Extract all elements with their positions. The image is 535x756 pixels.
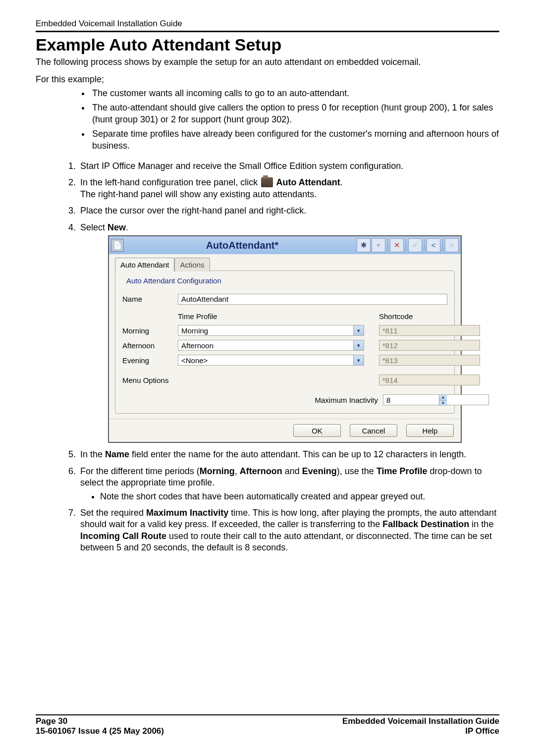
new-icon[interactable]: ✱: [357, 238, 371, 252]
name-row: Name: [122, 294, 447, 305]
name-field[interactable]: [178, 294, 447, 305]
step-2: In the left-hand configuration tree pane…: [78, 177, 499, 200]
column-headers: Time Profile Shortcode: [122, 312, 447, 322]
step-3: Place the cursor over the right-hand pan…: [78, 205, 499, 216]
afternoon-row: Afternoon ▾: [122, 340, 447, 351]
chevron-down-icon[interactable]: ▾: [353, 340, 364, 350]
step-1: Start IP Office Manager and receive the …: [78, 161, 499, 172]
tab-actions[interactable]: Actions: [174, 258, 210, 272]
app-icon: 📄: [111, 239, 124, 252]
page-footer: Page 30 15-601067 Issue 4 (25 May 2006) …: [36, 714, 499, 736]
fieldset-legend: Auto Attendant Configuration: [124, 276, 223, 286]
step-6-note: Note the short codes that have been auto…: [100, 491, 499, 502]
procedure-steps: Start IP Office Manager and receive the …: [36, 161, 499, 554]
auto-attendant-dialog: 📄 AutoAttendant* ✱ ▾ ✕ ✓ < >: [108, 235, 462, 443]
page-title: Example Auto Attendant Setup: [36, 35, 499, 54]
header-rule: [36, 31, 499, 32]
dialog-body: Auto Attendant Actions Auto Attendant Co…: [109, 254, 461, 419]
menu-options-label: Menu Options: [122, 376, 369, 385]
separator: [406, 238, 406, 251]
intro-2: For this example;: [36, 74, 499, 85]
bullet-item: Separate time profiles have already been…: [90, 128, 499, 152]
check-icon[interactable]: ✓: [408, 238, 422, 252]
max-inactivity-spinner[interactable]: ▲ ▼: [383, 394, 447, 405]
row-label: Morning: [122, 326, 173, 336]
tab-strip: Auto Attendant Actions: [115, 257, 455, 271]
combo-input[interactable]: [178, 340, 364, 351]
menu-options-shortcode: [379, 375, 480, 385]
intro-bullets: The customer wants all incoming calls to…: [36, 88, 499, 152]
footer-title: Embedded Voicemail Installation Guide: [342, 716, 499, 726]
header-shortcode: Shortcode: [369, 312, 447, 322]
step-6: For the different time periods (Morning,…: [78, 466, 499, 502]
dialog-button-bar: OK Cancel Help: [109, 419, 461, 442]
step-6-sublist: Note the short codes that have been auto…: [80, 491, 499, 502]
spin-up-icon[interactable]: ▲: [439, 395, 447, 400]
titlebar-tools: ✱ ▾ ✕ ✓ < >: [357, 238, 459, 252]
spin-down-icon[interactable]: ▼: [439, 400, 447, 406]
footer-product: IP Office: [465, 726, 499, 736]
separator: [424, 238, 425, 251]
separator: [387, 238, 388, 251]
config-fieldset: Auto Attendant Configuration Name Time P…: [115, 270, 455, 414]
max-inactivity-label: Maximum Inactivity: [315, 395, 378, 405]
chevron-down-icon[interactable]: ▾: [353, 325, 364, 335]
morning-shortcode: [379, 325, 480, 336]
evening-row: Evening ▾: [122, 355, 447, 366]
row-label: Afternoon: [122, 341, 173, 351]
separator: [442, 238, 443, 251]
afternoon-shortcode: [379, 340, 480, 351]
chevron-down-icon[interactable]: ▾: [353, 355, 364, 365]
dialog-titlebar: 📄 AutoAttendant* ✱ ▾ ✕ ✓ < >: [109, 236, 461, 254]
step-5: In the Name field enter the name for the…: [78, 449, 499, 460]
evening-shortcode: [379, 355, 480, 366]
auto-attendant-icon: [261, 177, 273, 187]
morning-time-profile-combo[interactable]: ▾: [178, 325, 364, 336]
help-button[interactable]: Help: [406, 424, 454, 437]
running-header: Embedded Voicemail Installation Guide: [36, 19, 499, 29]
max-inactivity-field[interactable]: [383, 394, 489, 405]
step-4: Select New. 📄 AutoAttendant* ✱ ▾ ✕ ✓ <: [78, 222, 499, 443]
prev-icon[interactable]: <: [427, 238, 440, 252]
bullet-item: The customer wants all incoming calls to…: [90, 88, 499, 99]
footer-rule: [36, 714, 499, 715]
combo-input[interactable]: [178, 325, 364, 336]
evening-time-profile-combo[interactable]: ▾: [178, 355, 364, 366]
footer-page: Page 30: [36, 716, 67, 726]
header-time-profile: Time Profile: [178, 312, 369, 322]
step-7: Set the required Maximum Inactivity time…: [78, 507, 499, 554]
footer-doc-id: 15-601067 Issue 4 (25 May 2006): [36, 726, 164, 736]
bullet-item: The auto-attendant should give callers t…: [90, 102, 499, 125]
row-label: Evening: [122, 356, 173, 366]
afternoon-time-profile-combo[interactable]: ▾: [178, 340, 364, 351]
tab-auto-attendant[interactable]: Auto Attendant: [115, 258, 174, 272]
next-icon[interactable]: >: [445, 238, 459, 252]
max-inactivity-row: Maximum Inactivity ▲ ▼: [122, 394, 447, 405]
cancel-button[interactable]: Cancel: [350, 424, 397, 437]
spinner-buttons[interactable]: ▲ ▼: [439, 395, 447, 405]
dropdown-icon[interactable]: ▾: [372, 238, 385, 252]
ok-button[interactable]: OK: [293, 424, 341, 437]
combo-input[interactable]: [178, 355, 364, 366]
menu-options-row: Menu Options: [122, 375, 447, 385]
close-icon[interactable]: ✕: [390, 238, 404, 252]
intro-1: The following process shows by example t…: [36, 56, 499, 68]
dialog-title: AutoAttendant*: [128, 239, 357, 252]
name-label: Name: [122, 294, 173, 304]
morning-row: Morning ▾: [122, 325, 447, 336]
document-page: Embedded Voicemail Installation Guide Ex…: [0, 0, 535, 756]
